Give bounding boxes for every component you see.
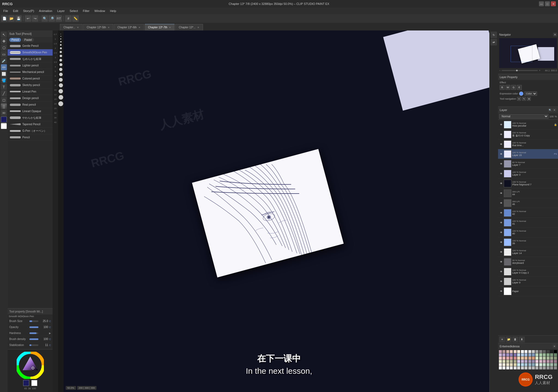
tool-nav-btn-2[interactable]: ✎	[522, 97, 526, 101]
tool-color-fg[interactable]	[1, 117, 7, 122]
effect-btn-4[interactable]: E	[517, 85, 522, 90]
color-cell-39[interactable]	[524, 357, 527, 360]
color-cell-84[interactable]	[514, 366, 517, 369]
color-cell-71[interactable]	[524, 363, 527, 366]
layer-eye-11[interactable]: 👁	[499, 231, 503, 234]
tool-eyedrop[interactable]: 💉	[1, 58, 7, 64]
menu-select[interactable]: Select	[68, 9, 80, 13]
add-layer-btn[interactable]: +	[499, 336, 505, 342]
color-cell-23[interactable]	[524, 353, 527, 356]
layer-item-3[interactable]: 👁 100 % Normal Layer 15 PS	[498, 149, 558, 159]
color-cell-68[interactable]	[514, 363, 517, 366]
tab-close-6th[interactable]: ✕	[138, 26, 141, 29]
color-cell-79[interactable]	[554, 363, 557, 366]
color-cell-90[interactable]	[535, 366, 538, 369]
color-cell-33[interactable]	[502, 357, 505, 360]
menu-filter[interactable]: Filter	[81, 9, 92, 13]
color-cell-56[interactable]	[528, 360, 531, 363]
nav-zoom-out-icon[interactable]: −	[499, 69, 501, 72]
expression-color-swatch[interactable]	[519, 91, 523, 96]
brush-nameraka[interactable]: なめらかな鉛筆	[8, 56, 53, 62]
tool-select[interactable]: ▭	[1, 51, 7, 57]
color-cell-9[interactable]	[532, 350, 535, 353]
color-cell-1[interactable]	[502, 350, 505, 353]
color-cell-88[interactable]	[528, 366, 531, 369]
layer-eye-0[interactable]: 👁	[499, 123, 503, 127]
menu-window[interactable]: Window	[92, 9, 107, 13]
color-cell-94[interactable]	[550, 366, 553, 369]
color-cell-75[interactable]	[539, 363, 542, 366]
layer-item-11[interactable]: 👁 100 % Normal 40	[498, 228, 558, 237]
color-cell-25[interactable]	[532, 353, 535, 356]
color-cell-73[interactable]	[532, 363, 535, 366]
prop-hardness-slider[interactable]	[29, 332, 38, 334]
color-cell-81[interactable]	[502, 366, 505, 369]
prop-brush-size-slider[interactable]	[29, 320, 38, 322]
prop-brush-density-slider[interactable]	[29, 338, 38, 340]
color-cell-89[interactable]	[532, 366, 535, 369]
color-cell-62[interactable]	[550, 360, 553, 363]
layer-item-14[interactable]: 👁 30 % Normal storyboard	[498, 257, 558, 267]
color-cell-55[interactable]	[524, 360, 527, 363]
color-cell-83[interactable]	[510, 366, 513, 369]
toolbar-ruler[interactable]: 📏	[72, 15, 79, 22]
toolbar-new[interactable]: 📄	[1, 15, 8, 22]
layer-eye-7[interactable]: 👁	[499, 191, 503, 195]
layer-item-15[interactable]: 👁 100 % Normal Layer 9 Copy 2	[498, 267, 558, 277]
brush-colored-pencil[interactable]: Colored pencil	[8, 75, 53, 82]
color-cell-50[interactable]	[506, 360, 509, 363]
layer-item-1[interactable]: 👁 100 % Normal 통 돌리사! Copy	[498, 130, 558, 139]
layer-eye-3[interactable]: 👁	[499, 152, 503, 156]
color-cell-7[interactable]	[524, 350, 527, 353]
color-cell-5[interactable]	[517, 350, 520, 353]
tool-gradient[interactable]: ▒	[1, 103, 7, 109]
layer-item-16[interactable]: 👁 100 % Normal Layer 9	[498, 277, 558, 286]
toolbar-redo[interactable]: ↪	[32, 15, 38, 22]
color-cell-58[interactable]	[535, 360, 538, 363]
brush-g-pen[interactable]: G-Pen（オーペン）	[8, 128, 53, 134]
maximize-button[interactable]: □	[545, 1, 550, 6]
prop-brush-density-lock[interactable]: C	[49, 338, 51, 341]
color-cell-29[interactable]	[547, 353, 550, 356]
color-cell-16[interactable]	[499, 353, 502, 356]
nav-settings-btn[interactable]: ≡	[553, 33, 557, 36]
brush-tapered-pencil[interactable]: Tapered Pencil	[8, 121, 53, 128]
toolbar-fit[interactable]: FIT	[56, 15, 62, 22]
color-cell-12[interactable]	[543, 350, 546, 353]
layer-item-8[interactable]: 👁 300 LPI 46	[498, 198, 558, 208]
delete-layer-btn[interactable]: 🗑	[512, 336, 518, 342]
brush-smooth-toon[interactable]: Smooth(W)toon Pen	[8, 49, 53, 56]
layer-eye-2[interactable]: 👁	[499, 142, 503, 146]
color-cell-17[interactable]	[502, 353, 505, 356]
color-cell-57[interactable]	[532, 360, 535, 363]
color-cell-63[interactable]	[554, 360, 557, 363]
color-cell-4[interactable]	[514, 350, 517, 353]
brush-lineart-pen[interactable]: Lineart Pen	[8, 88, 53, 95]
brush-lighter-pencil[interactable]: Lighter pencil	[8, 62, 53, 69]
layer-eye-8[interactable]: 👁	[499, 201, 503, 205]
tool-3d[interactable]: 3D	[1, 110, 7, 116]
tool-nav-btn-1[interactable]: ≡	[517, 97, 521, 101]
color-cell-27[interactable]	[539, 353, 542, 356]
color-cell-38[interactable]	[521, 357, 524, 360]
tab-chapter[interactable]: Chapter... ✕	[60, 24, 83, 30]
layer-blend-select[interactable]: Normal Multiply Screen	[499, 114, 548, 119]
layer-menu-btn[interactable]: ≡	[553, 108, 556, 112]
zoom-level[interactable]: 50.0%	[66, 386, 76, 390]
color-cell-2[interactable]	[506, 350, 509, 353]
expression-color-select[interactable]: Color	[524, 91, 537, 96]
layer-item-2[interactable]: 👁 100 % Normal that time...	[498, 139, 558, 149]
layer-eye-1[interactable]: 👁	[499, 133, 503, 136]
brush-pencil[interactable]: Pencil	[8, 134, 53, 141]
color-cell-0[interactable]	[499, 350, 502, 353]
add-group-btn[interactable]: 📁	[506, 336, 512, 342]
color-cell-65[interactable]	[502, 363, 505, 366]
brush-gentle-pencil[interactable]: Gentle Pencil	[8, 43, 53, 49]
color-cell-72[interactable]	[528, 363, 531, 366]
menu-layer[interactable]: Layer	[55, 9, 67, 13]
layer-eye-13[interactable]: 👁	[499, 250, 503, 254]
color-cell-40[interactable]	[528, 357, 531, 360]
tool-cursor[interactable]: ↖	[1, 32, 7, 38]
color-cell-53[interactable]	[517, 360, 520, 363]
layer-eye-5[interactable]: 👁	[499, 172, 503, 176]
